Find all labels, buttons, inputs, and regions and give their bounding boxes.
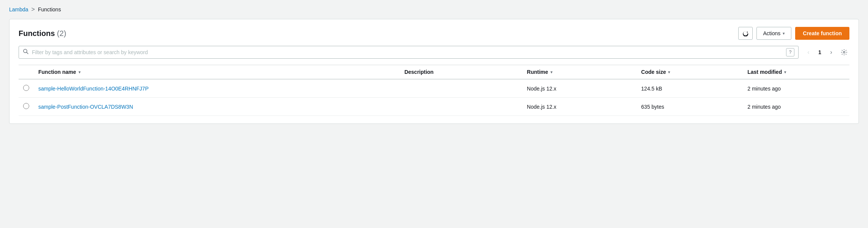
function-name-link-1[interactable]: sample-PostFunction-OVCLA7DS8W3N	[38, 104, 133, 110]
sort-icon-size: ▾	[668, 70, 670, 74]
pagination: ‹ 1 ›	[803, 47, 849, 58]
gear-icon	[841, 49, 848, 56]
pagination-prev-button[interactable]: ‹	[803, 47, 814, 58]
sort-icon-runtime: ▾	[550, 70, 552, 74]
row-size-cell-0: 124.5 kB	[637, 79, 743, 98]
breadcrumb-lambda-link[interactable]: Lambda	[9, 6, 28, 12]
search-icon	[23, 48, 29, 56]
row-desc-cell-0	[400, 79, 522, 98]
page-title: Functions (2)	[19, 29, 66, 37]
chevron-right-icon: ›	[830, 49, 832, 56]
col-header-select	[19, 65, 34, 79]
card-header: Functions (2) Actions ▾ Create function	[19, 27, 849, 40]
page-count: (2)	[57, 29, 66, 37]
row-radio-0[interactable]	[23, 85, 29, 91]
actions-button[interactable]: Actions ▾	[756, 27, 791, 40]
refresh-button[interactable]	[738, 27, 753, 40]
row-modified-cell-0: 2 minutes ago	[743, 79, 849, 98]
col-header-code-size[interactable]: Code size ▾	[637, 65, 743, 79]
actions-label: Actions	[763, 30, 780, 36]
col-header-description: Description	[400, 65, 522, 79]
search-input[interactable]	[32, 49, 786, 55]
breadcrumb-separator: >	[31, 6, 35, 13]
sort-icon-name: ▾	[79, 70, 80, 74]
row-size-cell-1: 635 bytes	[637, 98, 743, 116]
page-title-text: Functions	[19, 29, 55, 37]
search-row: ? ‹ 1 ›	[19, 46, 849, 59]
table-row: sample-HelloWorldFunction-14O0E4RHNFJ7P …	[19, 79, 849, 98]
search-container: ?	[19, 46, 799, 59]
col-header-name[interactable]: Function name ▾	[34, 65, 400, 79]
header-actions: Actions ▾ Create function	[738, 27, 849, 40]
row-runtime-cell-1: Node.js 12.x	[522, 98, 637, 116]
row-name-cell-0: sample-HelloWorldFunction-14O0E4RHNFJ7P	[34, 79, 400, 98]
table-settings-button[interactable]	[839, 47, 849, 58]
col-header-last-modified[interactable]: Last modified ▾	[743, 65, 849, 79]
col-header-runtime[interactable]: Runtime ▾	[522, 65, 637, 79]
sort-icon-modified: ▾	[784, 70, 786, 74]
function-name-link-0[interactable]: sample-HelloWorldFunction-14O0E4RHNFJ7P	[38, 86, 149, 92]
pagination-current-page: 1	[816, 49, 824, 55]
create-function-button[interactable]: Create function	[795, 27, 849, 40]
functions-table: Function name ▾ Description Runtime ▾	[19, 65, 849, 116]
row-desc-cell-1	[400, 98, 522, 116]
svg-point-2	[843, 52, 845, 53]
row-select-cell-1	[19, 98, 34, 116]
functions-card: Functions (2) Actions ▾ Create function	[9, 19, 859, 124]
pagination-next-button[interactable]: ›	[826, 47, 837, 58]
row-select-cell-0	[19, 79, 34, 98]
breadcrumb: Lambda > Functions	[9, 6, 859, 13]
row-name-cell-1: sample-PostFunction-OVCLA7DS8W3N	[34, 98, 400, 116]
breadcrumb-current: Functions	[38, 6, 61, 12]
table-row: sample-PostFunction-OVCLA7DS8W3N Node.js…	[19, 98, 849, 116]
functions-table-container: Function name ▾ Description Runtime ▾	[19, 65, 849, 116]
card-title-group: Functions (2)	[19, 29, 66, 38]
search-help-icon[interactable]: ?	[786, 48, 794, 56]
chevron-down-icon: ▾	[783, 31, 785, 36]
refresh-icon	[742, 30, 748, 36]
row-radio-1[interactable]	[23, 103, 29, 109]
chevron-left-icon: ‹	[807, 49, 809, 56]
row-modified-cell-1: 2 minutes ago	[743, 98, 849, 116]
table-header-row: Function name ▾ Description Runtime ▾	[19, 65, 849, 79]
svg-line-1	[27, 52, 28, 54]
row-runtime-cell-0: Node.js 12.x	[522, 79, 637, 98]
